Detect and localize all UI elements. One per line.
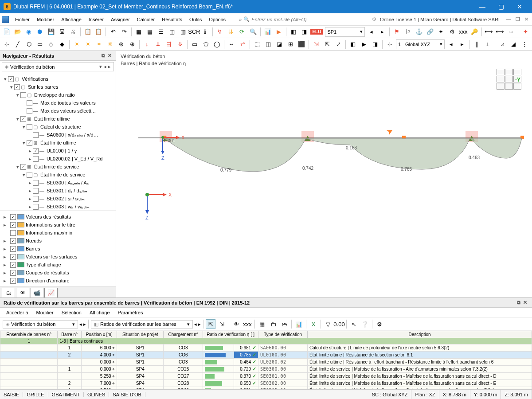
load-b[interactable]: ⇊ bbox=[153, 39, 163, 49]
list-button[interactable]: ☰ bbox=[156, 27, 166, 37]
pointer-button[interactable]: ↖ bbox=[349, 319, 359, 329]
tool-e[interactable]: ▦ bbox=[257, 319, 267, 329]
layer-b[interactable]: ▶ bbox=[359, 39, 369, 49]
help-button[interactable]: ❔ bbox=[360, 319, 370, 329]
results-grid[interactable]: Ensemble de barres n°Barre n°Position x … bbox=[0, 331, 532, 399]
table-button[interactable]: ▤ bbox=[145, 27, 155, 37]
display-option[interactable]: ▸Type d'affichage bbox=[1, 261, 115, 269]
run-button[interactable]: ▶ bbox=[274, 27, 284, 37]
compass-button[interactable]: ✦ bbox=[520, 27, 530, 37]
node-c[interactable]: ✶ bbox=[94, 39, 104, 49]
dd2-next[interactable]: ▸ bbox=[198, 321, 201, 327]
dd-next[interactable]: ▸ bbox=[83, 321, 86, 327]
panels-button[interactable]: ▥ bbox=[178, 27, 188, 37]
save-button[interactable]: 💾 bbox=[46, 27, 56, 37]
link-a[interactable]: ⇲ bbox=[311, 39, 321, 49]
display-option[interactable]: Informations max/min bbox=[1, 229, 115, 237]
search-input[interactable] bbox=[251, 17, 340, 22]
node-e[interactable]: ⊛ bbox=[116, 39, 126, 49]
tree-node[interactable]: ▸—SE0301 | dₛ / dₛ,ₗᵢₘ bbox=[1, 187, 115, 195]
result-type-dropdown[interactable]: ◧Ratios de vérification sur les barres▾ bbox=[91, 320, 193, 329]
coord-system-dropdown[interactable]: 1 - Global XYZ▾ bbox=[396, 39, 445, 49]
tree-node[interactable]: ▾⊠État limite ultime bbox=[1, 139, 115, 147]
status-mode[interactable]: SAISIE D'OB bbox=[109, 392, 145, 397]
load-c[interactable]: ⇶ bbox=[164, 39, 174, 49]
tool-b[interactable]: ⇲ bbox=[217, 319, 227, 329]
status-mode[interactable]: GLINES bbox=[84, 392, 109, 397]
tree-node[interactable]: ▸—SE0302 | sₗ / sₗ,ₗᵢₘ bbox=[1, 195, 115, 203]
opt1-button[interactable]: ✦ bbox=[436, 27, 446, 37]
geom-e[interactable]: ◇ bbox=[46, 39, 56, 49]
geom-a[interactable]: ⊹ bbox=[2, 39, 12, 49]
tool-d[interactable]: xxx bbox=[243, 319, 252, 329]
tree-node[interactable]: ▸—UL0100 | 1 / γ bbox=[1, 147, 115, 155]
table-menu-modifier[interactable]: Modifier bbox=[33, 309, 57, 317]
load-a[interactable]: ↓ bbox=[142, 39, 152, 49]
layer-c[interactable]: ◨ bbox=[370, 39, 380, 49]
clipboard-button[interactable]: 📋 bbox=[83, 27, 93, 37]
sync-button[interactable]: ◉ bbox=[24, 27, 34, 37]
mdi-restore-button[interactable]: ❐ bbox=[514, 16, 522, 23]
misc-c[interactable]: ⋮ bbox=[520, 39, 529, 49]
status-mode[interactable]: SAISIE bbox=[0, 392, 23, 397]
table-menu-accéder-à[interactable]: Accéder à bbox=[3, 309, 32, 317]
node-a[interactable]: ✷ bbox=[72, 39, 82, 49]
node-f[interactable]: ⊕ bbox=[127, 39, 137, 49]
col-header[interactable]: Ensemble de barres n° bbox=[0, 331, 58, 338]
col-header[interactable]: Ratio de vérification η [-] bbox=[203, 331, 258, 338]
display-option[interactable]: ▸Valeurs des résultats bbox=[1, 213, 115, 221]
node-b[interactable]: ✷ bbox=[83, 39, 93, 49]
table-row[interactable]: 5.250 ⌖SP4CO270.370 ✓SE0301.00État limit… bbox=[0, 373, 532, 380]
i-button[interactable]: ℹ bbox=[200, 27, 210, 37]
tree-node[interactable]: ▾▢Enveloppe du ratio bbox=[1, 91, 115, 99]
tool-f[interactable]: 🗀 bbox=[268, 319, 278, 329]
dock-icon[interactable]: ⧉ bbox=[516, 300, 522, 305]
tree-node[interactable]: —Max des valeurs sélecti… bbox=[1, 107, 115, 115]
paste-button[interactable]: 📋 bbox=[94, 27, 104, 37]
menu-modifier[interactable]: Modifier bbox=[33, 15, 58, 24]
misc-b[interactable]: ◢ bbox=[509, 39, 518, 49]
dim1-button[interactable]: ⟷ bbox=[484, 27, 494, 37]
menu-fichier[interactable]: Fichier bbox=[12, 15, 33, 24]
menu-affichage[interactable]: Affichage bbox=[58, 15, 85, 24]
sel-lasso[interactable]: ◯ bbox=[212, 39, 222, 49]
grid-button[interactable]: ▦ bbox=[134, 27, 144, 37]
open-button[interactable]: 📂 bbox=[13, 27, 23, 37]
save-all-button[interactable]: 🖫 bbox=[57, 27, 67, 37]
view-3d[interactable]: ⬛ bbox=[297, 39, 306, 49]
link-b[interactable]: ⇱ bbox=[322, 39, 332, 49]
dd-prev[interactable]: ◂ bbox=[79, 321, 82, 327]
view-iso[interactable]: ⬚ bbox=[252, 39, 262, 49]
navigator-filter-dropdown[interactable]: ◈ Vérification du béton ▾ ◂ ▸ bbox=[2, 62, 114, 71]
mdi-close-button[interactable]: ✕ bbox=[523, 16, 530, 23]
tab-results-icon[interactable]: 📈 bbox=[44, 288, 58, 297]
graphics-viewport[interactable]: Vérification du béton Barres | Ratio de … bbox=[116, 51, 532, 297]
display-option[interactable]: ▸Informations sur le titre bbox=[1, 221, 115, 229]
opt2-button[interactable]: ⚙ bbox=[447, 27, 457, 37]
display-option[interactable]: ▸Nœuds bbox=[1, 237, 115, 245]
xxx-button[interactable]: xxx bbox=[458, 27, 468, 37]
anchor-button[interactable]: ⚓ bbox=[414, 27, 424, 37]
undo-button[interactable]: ↶ bbox=[108, 27, 118, 37]
navigator-tree[interactable]: ▾▢Vérifications▾▢Sur les barres▾▢Envelop… bbox=[0, 73, 116, 211]
magnify-button[interactable]: 🔍 bbox=[248, 27, 258, 37]
layer-a[interactable]: ◧ bbox=[348, 39, 358, 49]
dim3-button[interactable]: ↔ bbox=[506, 27, 516, 37]
redo-button[interactable]: ↷ bbox=[119, 27, 129, 37]
table-row[interactable]: 10.000 ⌖SP4CO250.729 ✓SE0300.00État limi… bbox=[0, 366, 532, 373]
tree-node[interactable]: ▾▢État limite de service bbox=[1, 171, 115, 179]
table-row[interactable]: 24.000 ⌖SP1CO60.785 ✓UL0100.00État limit… bbox=[0, 352, 532, 359]
tree-node[interactable]: ▾▢Sur les barres bbox=[1, 83, 115, 91]
tool-h[interactable]: 📊 bbox=[294, 319, 304, 329]
filter-button[interactable]: ▽ bbox=[323, 319, 333, 329]
col-header[interactable]: Chargement n° bbox=[164, 331, 203, 338]
misc-a[interactable]: ⊿ bbox=[497, 39, 507, 49]
table-menu-sélection[interactable]: Sélection bbox=[58, 309, 85, 317]
tool-g[interactable]: 🗁 bbox=[279, 319, 289, 329]
geom-d[interactable]: ▭ bbox=[35, 39, 45, 49]
col-header[interactable]: Barre n° bbox=[58, 331, 81, 338]
status-mode[interactable]: GBATIMENT bbox=[48, 392, 84, 397]
tab-data-icon[interactable]: 🗂 bbox=[2, 288, 15, 297]
chain-button[interactable]: 🔗 bbox=[425, 27, 435, 37]
dd2-prev[interactable]: ◂ bbox=[194, 321, 197, 327]
